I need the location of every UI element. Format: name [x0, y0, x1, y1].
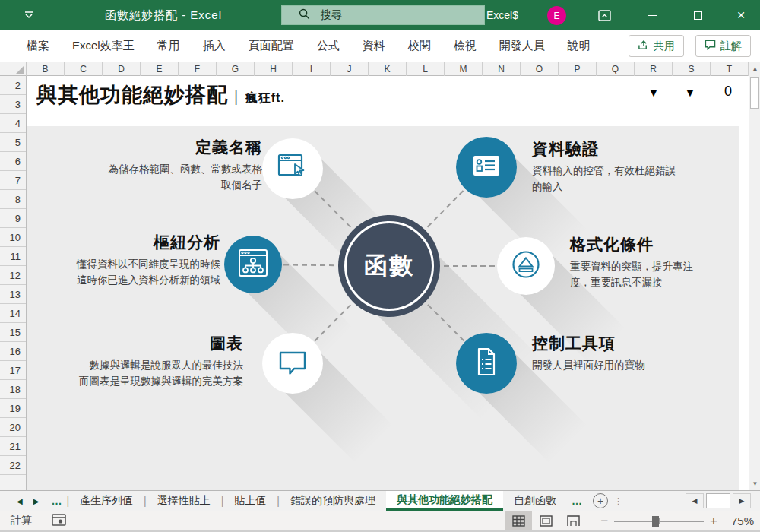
speech-bubble-icon — [274, 344, 311, 383]
status-bar: 計算 − + 75% — [0, 511, 760, 532]
ribbon-tab[interactable]: 校閱 — [397, 30, 442, 62]
tab-scroll-left-icon[interactable]: ◀ — [17, 497, 23, 505]
sheet-tab-active[interactable]: 與其他功能絕妙搭配 — [386, 491, 503, 511]
ribbon-tab[interactable]: 檢視 — [442, 30, 488, 62]
row-header[interactable]: 6 — [0, 152, 26, 171]
ribbon-tab[interactable]: 頁面配置 — [237, 30, 306, 62]
row-header[interactable]: 2 — [0, 76, 26, 95]
column-header[interactable]: J — [331, 62, 369, 76]
zoom-level[interactable]: 75% — [720, 515, 754, 527]
row-header[interactable]: 14 — [0, 304, 26, 323]
quick-access-chevron-icon[interactable] — [21, 8, 36, 23]
sheet-tab[interactable]: 選擇性貼上 — [147, 491, 221, 511]
column-header[interactable]: O — [521, 62, 559, 76]
ribbon-tab[interactable]: 開發人員 — [488, 30, 556, 62]
column-header[interactable]: R — [635, 62, 673, 76]
row-header[interactable]: 21 — [0, 437, 26, 456]
row-header[interactable]: 3 — [0, 95, 26, 114]
column-header[interactable]: L — [407, 62, 445, 76]
zoom-slider[interactable] — [614, 521, 704, 522]
feature-title: 樞紐分析 — [38, 232, 220, 253]
sheet-tab-bar: ◀ ▶ … | 產生序列值 | 選擇性貼上 | 貼上值 | 錯誤的預防與處理 與… — [0, 490, 760, 511]
more-tabs-left[interactable]: … — [46, 491, 66, 511]
horizontal-scroll-thumb[interactable] — [706, 493, 730, 508]
feature-title: 格式化條件 — [570, 234, 736, 255]
ribbon-tab[interactable]: 公式 — [306, 30, 351, 62]
sheet-tab[interactable]: 錯誤的預防與處理 — [280, 491, 386, 511]
row-header[interactable]: 18 — [0, 380, 26, 399]
macro-record-icon[interactable] — [52, 514, 66, 528]
page-layout-view-button[interactable] — [532, 511, 559, 530]
ribbon-display-options-icon[interactable] — [587, 0, 622, 30]
column-header[interactable]: N — [483, 62, 521, 76]
controls-node — [456, 333, 517, 394]
column-header[interactable]: D — [103, 62, 141, 76]
column-header[interactable]: K — [369, 62, 407, 76]
avatar[interactable]: E — [547, 6, 566, 25]
normal-view-button[interactable] — [505, 511, 532, 530]
sheet-tab[interactable]: 產生序列值 — [69, 491, 144, 511]
sheet-tab[interactable]: 貼上值 — [223, 491, 277, 511]
share-button[interactable]: 共用 — [629, 35, 684, 57]
zoom-out-button[interactable]: − — [600, 514, 608, 529]
select-all-corner[interactable] — [0, 62, 27, 76]
vertical-scrollbar[interactable]: ▲ ▼ — [749, 62, 760, 490]
zoom-in-button[interactable]: + — [710, 514, 717, 529]
column-header[interactable]: C — [65, 62, 103, 76]
row-header[interactable]: 4 — [0, 114, 26, 133]
row-header[interactable]: 8 — [0, 190, 26, 209]
sheet-tab[interactable]: 自創函數 — [503, 491, 567, 511]
row-header[interactable]: 12 — [0, 266, 26, 285]
search-box[interactable]: 搜尋 — [281, 5, 485, 25]
scroll-down-icon[interactable]: ▼ — [749, 477, 760, 490]
row-header[interactable]: 22 — [0, 456, 26, 475]
ribbon-tab[interactable]: 插入 — [192, 30, 237, 62]
column-header[interactable]: I — [293, 62, 331, 76]
column-header[interactable]: P — [559, 62, 597, 76]
zoom-slider-thumb[interactable] — [652, 516, 659, 527]
scroll-up-icon[interactable]: ▲ — [749, 62, 760, 75]
column-header[interactable]: G — [217, 62, 255, 76]
page-break-view-button[interactable] — [559, 511, 587, 530]
ribbon-tab[interactable]: 常用 — [146, 30, 192, 62]
vertical-scroll-thumb[interactable] — [750, 77, 759, 109]
row-header[interactable]: 13 — [0, 285, 26, 304]
horizontal-scrollbar[interactable]: ◀ ▶ — [686, 493, 751, 508]
row-header[interactable]: 15 — [0, 323, 26, 342]
data-validation-node — [456, 137, 517, 198]
column-header[interactable]: Q — [597, 62, 635, 76]
tab-scroll-right-icon[interactable]: ▶ — [33, 497, 40, 505]
row-header[interactable]: 17 — [0, 361, 26, 380]
hub-label: 函數 — [364, 250, 414, 282]
worksheet-canvas: 與其他功能絕妙搭配| 瘋狂ft. ▼ ▼ 0 函數 — [27, 76, 739, 490]
calc-mode-indicator[interactable]: 計算 — [11, 514, 32, 527]
new-sheet-button[interactable]: + — [593, 491, 608, 511]
row-header[interactable]: 10 — [0, 228, 26, 247]
ribbon-tab[interactable]: 說明 — [556, 30, 602, 62]
row-header[interactable]: 19 — [0, 399, 26, 418]
column-header[interactable]: H — [255, 62, 293, 76]
column-header[interactable]: F — [179, 62, 217, 76]
hscroll-left-icon[interactable]: ◀ — [686, 493, 704, 508]
maximize-button[interactable] — [680, 0, 715, 30]
column-header[interactable]: S — [673, 62, 711, 76]
row-header[interactable]: 20 — [0, 418, 26, 437]
row-header[interactable]: 5 — [0, 133, 26, 152]
ribbon-tab[interactable]: Excel效率王 — [61, 30, 146, 62]
ribbon-tab[interactable]: 檔案 — [15, 30, 61, 62]
column-header[interactable]: B — [27, 62, 65, 76]
minimize-button[interactable] — [635, 0, 670, 30]
more-tabs-right[interactable]: … — [567, 491, 587, 511]
row-header[interactable]: 9 — [0, 209, 26, 228]
row-header[interactable]: 11 — [0, 247, 26, 266]
column-header[interactable]: M — [445, 62, 483, 76]
comments-button[interactable]: 註解 — [695, 35, 751, 57]
row-header[interactable]: 7 — [0, 171, 26, 190]
account-name[interactable]: Excel$ — [486, 0, 518, 30]
column-header[interactable]: E — [141, 62, 179, 76]
hscroll-right-icon[interactable]: ▶ — [733, 493, 751, 508]
row-header[interactable]: 16 — [0, 342, 26, 361]
ribbon-tab[interactable]: 資料 — [351, 30, 397, 62]
column-header[interactable]: T — [711, 62, 749, 76]
close-button[interactable]: ✕ — [724, 0, 758, 30]
